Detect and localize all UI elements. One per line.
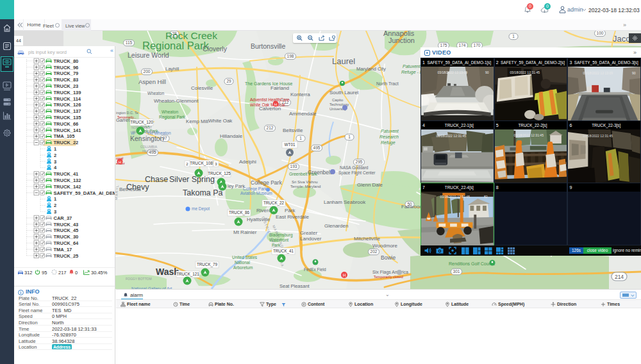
svg-text:03/18/2022 12:31:45: 03/18/2022 12:31:45 — [513, 133, 544, 137]
svg-text:Aspen Hill: Aspen Hill — [138, 78, 166, 85]
svg-text:1: 1 — [299, 136, 302, 140]
svg-text:TRUCK_137: TRUCK_137 — [54, 108, 81, 114]
svg-text:Wheaton-Glenmont: Wheaton-Glenmont — [154, 98, 199, 104]
svg-text:Colesville: Colesville — [191, 85, 213, 91]
svg-text:Temporarily closed: Temporarily closed — [374, 275, 403, 279]
svg-text:Greater: Greater — [300, 230, 317, 236]
svg-text:Fairland: Fairland — [271, 85, 289, 91]
svg-text:South Laurel: South Laurel — [329, 90, 359, 95]
svg-text:301: 301 — [453, 269, 460, 274]
svg-text:03/18/2022 12:31:45: 03/18/2022 12:31:45 — [583, 134, 613, 138]
svg-text:03/18/2022 12:13:09: 03/18/2022 12:13:09 — [437, 70, 467, 74]
svg-text:The Gardens Ice House: The Gardens Ice House — [245, 81, 292, 86]
svg-text:29: 29 — [226, 79, 231, 83]
svg-text:TRUCK_86: TRUCK_86 — [229, 210, 250, 215]
svg-text:TRUCK_83: TRUCK_83 — [54, 77, 79, 83]
svg-text:Kensington: Kensington — [130, 135, 164, 142]
svg-text:Space Flight Center: Space Flight Center — [338, 170, 376, 176]
svg-text:TRUCK_43: TRUCK_43 — [54, 222, 79, 228]
svg-text:Landover: Landover — [300, 236, 322, 242]
svg-text:TRUCK_126: TRUCK_126 — [54, 102, 81, 108]
svg-text:Laurel: Laurel — [332, 56, 355, 66]
svg-text:TRUCK_23: TRUCK_23 — [54, 83, 79, 89]
svg-text:4: 4 — [54, 165, 57, 170]
svg-text:2: 2 — [54, 153, 56, 158]
svg-text:CAR_37: CAR_37 — [54, 215, 72, 221]
svg-text:Aviation Museum: Aviation Museum — [240, 191, 272, 195]
svg-text:Beltsville: Beltsville — [283, 128, 303, 133]
svg-text:1: 1 — [348, 135, 351, 139]
svg-text:214: 214 — [615, 274, 624, 280]
svg-text:North Tract: North Tract — [376, 81, 399, 86]
svg-text:TMA_17: TMA_17 — [54, 247, 72, 252]
svg-text:FOGGY BOTTOM: FOGGY BOTTOM — [126, 277, 152, 281]
svg-text:Park: Park — [285, 208, 296, 213]
svg-text:East Riverdale: East Riverdale — [276, 214, 310, 220]
svg-text:Burtonsville: Burtonsville — [251, 42, 285, 50]
svg-text:TRUCK_135: TRUCK_135 — [54, 115, 81, 120]
svg-text:H: H — [343, 273, 346, 277]
svg-text:Bethesda: Bethesda — [119, 186, 141, 192]
svg-text:2: 2 — [54, 203, 56, 208]
svg-text:3: 3 — [54, 159, 56, 165]
svg-text:TRUCK_96: TRUCK_96 — [54, 65, 79, 70]
svg-text:Arboretum: Arboretum — [233, 265, 253, 270]
svg-text:FedEx Field: FedEx Field — [304, 267, 326, 272]
svg-text:H: H — [274, 103, 277, 106]
svg-text:202: 202 — [370, 249, 378, 254]
svg-text:HEIGHTS: HEIGHTS — [142, 149, 157, 153]
svg-text:National: National — [235, 260, 250, 265]
svg-text:TRUCK_120: TRUCK_120 — [130, 120, 153, 125]
svg-text:H: H — [119, 160, 121, 164]
svg-text:Patuxent: Patuxent — [381, 129, 399, 133]
svg-text:United States: United States — [232, 255, 258, 260]
svg-text:Adelphi: Adelphi — [239, 159, 256, 165]
svg-text:Maryland City: Maryland City — [356, 66, 386, 72]
svg-text:90: 90 — [485, 70, 489, 74]
svg-text:Hillandale: Hillandale — [220, 133, 243, 139]
svg-text:TRUCK_79: TRUCK_79 — [54, 70, 79, 76]
svg-text:WT01: WT01 — [285, 142, 296, 147]
svg-text:Regional Park: Regional Park — [142, 40, 209, 51]
svg-text:198: 198 — [287, 54, 294, 58]
svg-text:03/18/2022 12:31:45: 03/18/2022 12:31:45 — [437, 134, 467, 138]
svg-text:ley Park: ley Park — [228, 183, 245, 189]
svg-text:White Oak Medical...: White Oak Medical... — [250, 103, 288, 107]
svg-text:Sri Siva Vishnu: Sri Siva Vishnu — [292, 180, 318, 184]
svg-text:TRUCK_25: TRUCK_25 — [54, 253, 79, 259]
svg-text:Glenn Dale: Glenn Dale — [357, 182, 383, 188]
svg-text:3: 3 — [54, 209, 56, 215]
svg-text:Seabrook: Seabrook — [344, 199, 366, 205]
svg-text:Junction: Junction — [388, 37, 415, 44]
svg-text:Takoma Pa: Takoma Pa — [183, 188, 223, 197]
svg-text:Glenarden: Glenarden — [324, 223, 348, 229]
svg-text:Seat Pleasant: Seat Pleasant — [279, 283, 310, 289]
svg-text:TRUCK_142: TRUCK_142 — [54, 184, 81, 190]
svg-text:Temporarily...: Temporarily... — [117, 115, 137, 119]
svg-text:200: 200 — [144, 69, 151, 74]
svg-text:Wheaton: Wheaton — [162, 110, 178, 114]
svg-text:TRUCK_141: TRUCK_141 — [54, 128, 81, 133]
svg-text:Cloverly: Cloverly — [203, 45, 228, 53]
svg-text:TRUCK_22: TRUCK_22 — [263, 201, 285, 206]
svg-text:College Park: College Park — [251, 179, 282, 186]
svg-text:82: 82 — [484, 195, 488, 199]
svg-text:ington D.C. Te: ington D.C. Te — [116, 111, 138, 115]
svg-text:TRUCK_22: TRUCK_22 — [54, 140, 79, 145]
svg-text:Six Flags America: Six Flags America — [372, 270, 408, 275]
svg-text:TRUCK_121: TRUCK_121 — [176, 272, 199, 277]
svg-text:Ammendale: Ammendale — [289, 111, 317, 117]
svg-text:Mitchellville: Mitchellville — [354, 236, 380, 242]
svg-text:Wheaton: Wheaton — [147, 91, 164, 95]
svg-text:TRUCK_41: TRUCK_41 — [54, 171, 79, 177]
svg-text:Lanham: Lanham — [324, 199, 342, 205]
svg-text:115: 115 — [126, 40, 133, 45]
svg-text:212: 212 — [267, 126, 274, 130]
svg-text:03/18/2022 12:13:09: 03/18/2022 12:13:09 — [583, 71, 613, 75]
svg-text:Capito: Capito — [332, 98, 344, 102]
svg-text:TRUCK_139: TRUCK_139 — [54, 90, 81, 95]
svg-text:TRUCK_125: TRUCK_125 — [208, 171, 231, 176]
svg-text:Konterra: Konterra — [290, 92, 310, 97]
svg-text:1: 1 — [54, 146, 56, 152]
svg-text:Bowie: Bowie — [381, 254, 395, 261]
